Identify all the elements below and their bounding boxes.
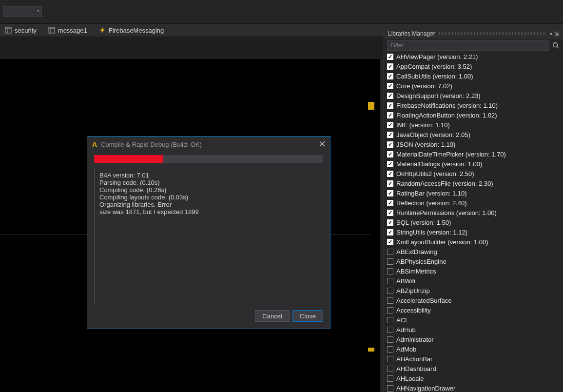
library-item[interactable]: Administrator — [384, 334, 563, 344]
library-item[interactable]: XmlLayoutBuilder (version: 1.00) — [384, 237, 563, 247]
library-item[interactable]: AdMob — [384, 344, 563, 354]
library-item[interactable]: AcceleratedSurface — [384, 295, 563, 305]
library-item[interactable]: AdHub — [384, 325, 563, 334]
library-item[interactable]: CallSubUtils (version: 1.00) — [384, 71, 563, 81]
library-label: AdMob — [396, 346, 416, 353]
library-item[interactable]: AHActionBar — [384, 354, 563, 364]
marker-icon — [368, 348, 374, 352]
library-item[interactable]: FloatingActionButton (version: 1.02) — [384, 110, 563, 120]
library-item[interactable]: OkHttpUtils2 (version: 2.50) — [384, 169, 563, 178]
library-item[interactable]: Accessibility — [384, 305, 563, 315]
checkbox[interactable] — [387, 190, 393, 196]
checkbox[interactable] — [387, 200, 393, 206]
checkbox[interactable] — [387, 112, 393, 118]
cancel-button[interactable]: Cancel — [255, 310, 289, 322]
pin-icon[interactable]: ⇲ — [554, 30, 559, 37]
checkbox[interactable] — [387, 327, 393, 333]
library-label: Accessibility — [396, 307, 431, 314]
checkbox[interactable] — [387, 171, 393, 177]
checkbox[interactable] — [387, 258, 393, 265]
library-label: Core (version: 7.02) — [396, 82, 452, 90]
search-icon[interactable] — [551, 41, 560, 50]
library-item[interactable]: MaterialDateTimePicker (version: 1.70) — [384, 149, 563, 159]
library-item[interactable]: AHViewPager (version: 2.21) — [384, 52, 563, 61]
library-label: AHViewPager (version: 2.21) — [396, 53, 478, 60]
library-label: ABExtDrawing — [396, 248, 437, 255]
marker-icon — [368, 102, 374, 106]
checkbox[interactable] — [387, 317, 393, 323]
checkbox[interactable] — [387, 102, 393, 109]
library-item[interactable]: RuntimePermissions (version: 1.00) — [384, 208, 563, 217]
library-item[interactable]: AHLocale — [384, 373, 563, 383]
checkbox[interactable] — [387, 141, 393, 148]
library-item[interactable]: ABSimMetrics — [384, 266, 563, 276]
library-item[interactable]: ABPhysicsEngine — [384, 256, 563, 266]
library-item[interactable]: RandomAccessFile (version: 2.30) — [384, 178, 563, 188]
top-toolbar — [0, 0, 563, 23]
library-item[interactable]: IME (version: 1.10) — [384, 120, 563, 130]
library-label: RuntimePermissions (version: 1.00) — [396, 209, 497, 216]
toolbar-combo[interactable] — [3, 6, 42, 17]
checkbox[interactable] — [387, 122, 393, 128]
tab-message1[interactable]: message1 — [48, 27, 87, 34]
checkbox[interactable] — [387, 83, 393, 89]
library-label: Administrator — [396, 336, 434, 343]
checkbox[interactable] — [387, 356, 393, 362]
library-label: ABSimMetrics — [396, 268, 436, 275]
library-item[interactable]: AHDashboard — [384, 364, 563, 373]
checkbox[interactable] — [387, 307, 393, 314]
library-item[interactable]: FirebaseNotifications (version: 1.10) — [384, 100, 563, 110]
close-icon[interactable] — [319, 140, 325, 149]
panel-menu-arrow[interactable]: ▾ — [550, 31, 552, 37]
filter-input[interactable] — [387, 40, 549, 51]
dialog-log[interactable]: B4A version: 7.01 Parsing code. (0.10s) … — [94, 168, 323, 304]
checkbox[interactable] — [387, 180, 393, 187]
checkbox[interactable] — [387, 151, 393, 157]
library-item[interactable]: ABWifi — [384, 276, 563, 286]
library-item[interactable]: ABExtDrawing — [384, 247, 563, 256]
checkbox[interactable] — [387, 297, 393, 304]
library-item[interactable]: Core (version: 7.02) — [384, 81, 563, 91]
library-item[interactable]: DesignSupport (version: 2.23) — [384, 91, 563, 100]
dialog-titlebar[interactable]: A Compile & Rapid Debug (Build: OK) — [87, 137, 330, 152]
library-item[interactable]: Reflection (version: 2.40) — [384, 198, 563, 208]
dialog-title: Compile & Rapid Debug (Build: OK) — [101, 141, 319, 148]
checkbox[interactable] — [387, 54, 393, 60]
checkbox[interactable] — [387, 366, 393, 372]
library-item[interactable]: ABZipUnzip — [384, 286, 563, 295]
checkbox[interactable] — [387, 229, 393, 235]
library-item[interactable]: JSON (version: 1.10) — [384, 139, 563, 149]
checkbox[interactable] — [387, 249, 393, 255]
library-label: JSON (version: 1.10) — [396, 141, 455, 148]
library-item[interactable]: MaterialDialogs (version: 1.00) — [384, 159, 563, 169]
filter-row — [384, 39, 563, 52]
tab-FirebaseMessaging[interactable]: FirebaseMessaging — [99, 27, 164, 34]
panel-header[interactable]: Libraries Manager ▾ ⇲ — [384, 28, 563, 39]
checkbox[interactable] — [387, 288, 393, 294]
checkbox[interactable] — [387, 375, 393, 382]
library-label: CallSubUtils (version: 1.00) — [396, 73, 473, 80]
checkbox[interactable] — [387, 336, 393, 343]
checkbox[interactable] — [387, 210, 393, 216]
library-label: DesignSupport (version: 2.23) — [396, 92, 481, 99]
checkbox[interactable] — [387, 239, 393, 245]
checkbox[interactable] — [387, 93, 393, 99]
library-item[interactable]: AHNavigationDrawer — [384, 383, 563, 392]
close-button[interactable]: Close — [292, 310, 323, 322]
library-item[interactable]: JavaObject (version: 2.05) — [384, 130, 563, 139]
library-item[interactable]: ACL — [384, 315, 563, 325]
checkbox[interactable] — [387, 346, 393, 353]
library-item[interactable]: RatingBar (version: 1.10) — [384, 188, 563, 198]
checkbox[interactable] — [387, 385, 393, 392]
library-item[interactable]: AppCompat (version: 3.52) — [384, 61, 563, 71]
checkbox[interactable] — [387, 73, 393, 79]
checkbox[interactable] — [387, 161, 393, 167]
library-item[interactable]: SQL (version: 1.50) — [384, 217, 563, 227]
checkbox[interactable] — [387, 278, 393, 284]
checkbox[interactable] — [387, 63, 393, 70]
checkbox[interactable] — [387, 219, 393, 226]
checkbox[interactable] — [387, 268, 393, 274]
library-item[interactable]: StringUtils (version: 1.12) — [384, 227, 563, 237]
checkbox[interactable] — [387, 132, 393, 138]
tab-security[interactable]: security — [5, 27, 37, 34]
